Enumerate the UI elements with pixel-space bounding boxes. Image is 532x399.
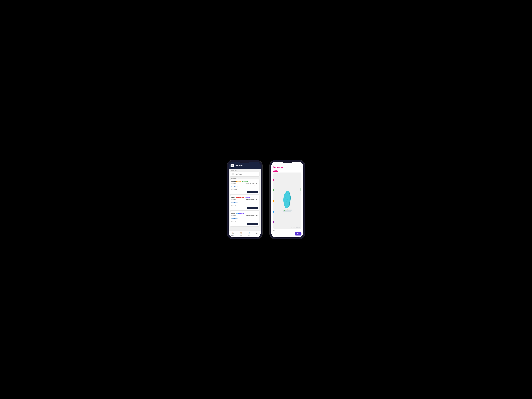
created-value-2: 05:30 AM Mon, 8th Apr, 2024	[246, 199, 258, 200]
patient-job-2: Job: PFM	[231, 205, 258, 206]
due-value-3: Mon, 8th Apr, 2024	[250, 216, 258, 217]
patient-details-label-1: Patient Details	[231, 186, 258, 187]
case-card-1: ZR307 MEDIUM Delivered Created At: 12:22…	[230, 179, 259, 195]
expand-icon[interactable]: ⛶	[300, 170, 301, 171]
created-value-3: 05:30 AM Mon, 8th Apr, 2024	[246, 215, 258, 216]
due-value-1: Sun, 14th Apr, 2024	[250, 184, 258, 185]
branding-labdash: LabDash	[296, 227, 300, 228]
right-phone-screen: File Viewer ✕ Preview ⬇ ⛶	[271, 162, 303, 237]
tab-preview[interactable]: Preview	[273, 170, 278, 172]
app-title: DentNode	[235, 165, 243, 167]
viewer-area: 3D Master | LabDash	[273, 173, 301, 229]
cases-icon: 📋	[240, 232, 242, 234]
status-tag-2: Ordered	[245, 196, 250, 198]
case-due-row-1: Due Date: Sun, 14th Apr, 2024	[231, 184, 258, 185]
nav-cases[interactable]: 📋 Cases	[240, 232, 242, 236]
case-created-row-3: Created At: 05:30 AM Mon, 8th Apr, 2024	[231, 215, 258, 216]
bills-icon: 📄	[248, 232, 250, 234]
new-case-label: New Case	[235, 173, 242, 175]
new-case-icon: ⊞	[232, 173, 234, 175]
created-label-2: Created At:	[231, 199, 236, 200]
new-case-button[interactable]: ⊞ New Case →	[230, 172, 259, 176]
created-label-1: Created At:	[231, 183, 236, 184]
indicator-gray	[301, 191, 301, 195]
due-value-2: Tue, 9th Apr, 2024	[250, 200, 258, 202]
left-sidebar-colors	[273, 173, 274, 229]
due-label-1: Due Date:	[231, 184, 236, 185]
case-created-row-1: Created At: 12:22 AM Thu, 11th Apr, 2024	[231, 183, 258, 184]
nav-bills[interactable]: 📄 Bills	[248, 232, 250, 236]
more-icon: ≡	[256, 232, 258, 234]
case-tags-2: SD15 VERY_URGENT Ordered	[231, 196, 258, 198]
color-bar-green	[273, 189, 274, 191]
case-card-2: SD15 VERY_URGENT Ordered Created At: 05:…	[230, 196, 259, 210]
viewer-branding: 3D Master | LabDash	[291, 227, 300, 228]
left-phone: DN DentNode Quick Actions ⊞ New Case →	[227, 160, 262, 239]
case-id-tag-3: SD42	[231, 213, 235, 214]
file-viewer-modal: File Viewer ✕ Preview ⬇ ⛶	[271, 162, 303, 237]
more-label: More	[256, 234, 258, 236]
case-id-tag-1: ZR307	[231, 181, 236, 182]
quick-actions-section: Quick Actions ⊞ New Case →	[229, 169, 261, 177]
status-tag-3: Ordered	[239, 213, 244, 214]
patient-job-3: Job: PFM	[231, 221, 258, 222]
case-details-btn-2[interactable]: CASE DETAILS →	[247, 207, 258, 209]
indicator-green	[301, 188, 301, 191]
app-body[interactable]: Quick Actions ⊞ New Case → Active Cases …	[229, 169, 261, 233]
modal-info-label: U...	[273, 230, 275, 231]
active-cases-section: Active Cases (3) ZR307 MEDIUM Delivered …	[229, 177, 261, 228]
patient-name-1: Name:	[231, 188, 258, 189]
svg-point-5	[287, 191, 289, 193]
right-phone: File Viewer ✕ Preview ⬇ ⛶	[270, 160, 305, 239]
svg-point-4	[285, 191, 287, 193]
case-tags-3: SD42 LOW Ordered	[231, 213, 258, 214]
nav-home[interactable]: 🏠 Home	[231, 232, 234, 236]
created-label-3: Created At:	[231, 215, 236, 216]
left-phone-screen: DN DentNode Quick Actions ⊞ New Case →	[229, 162, 261, 237]
patient-job-1: Job: Zirconia	[231, 189, 258, 190]
bottom-nav: 🏠 Home 📋 Cases 📄 Bills ≡ More	[229, 231, 261, 237]
created-value-1: 12:22 AM Thu, 11th Apr, 2024	[245, 183, 258, 184]
app-logo: DN	[231, 164, 234, 167]
ok-button[interactable]: OK	[295, 232, 302, 235]
cases-label: Cases	[240, 235, 242, 236]
home-icon: 🏠	[232, 232, 234, 234]
phone-notch-left	[240, 162, 249, 163]
priority-tag-1: MEDIUM	[236, 181, 241, 182]
due-label-2: Due Date:	[231, 200, 236, 202]
color-bar-pink	[273, 179, 274, 181]
patient-details-label-3: Patient Details	[231, 218, 258, 219]
modal-tabs: Preview ⬇ ⛶	[273, 170, 301, 172]
nav-more[interactable]: ≡ More	[256, 232, 258, 236]
color-bar-orange	[273, 200, 274, 202]
status-tag-1: Delivered	[242, 181, 247, 182]
close-button[interactable]: ✕	[300, 166, 301, 168]
modal-footer: U... OK	[273, 230, 301, 235]
modal-info-row: U...	[273, 230, 301, 231]
patient-name-3: Name:	[231, 220, 258, 221]
phone-notch-right	[283, 162, 292, 163]
color-bar-blue	[273, 211, 274, 213]
arrow-icon: →	[256, 173, 258, 175]
case-tags-1: ZR307 MEDIUM Delivered	[231, 181, 258, 182]
new-case-btn-left: ⊞ New Case	[232, 173, 242, 175]
tooth-3d-model	[281, 189, 294, 213]
case-details-btn-1[interactable]: CASE DETAILS →	[247, 191, 258, 193]
case-due-row-2: Due Date: Tue, 9th Apr, 2024	[231, 200, 258, 202]
case-created-row-2: Created At: 05:30 AM Mon, 8th Apr, 2024	[231, 199, 258, 200]
priority-tag-3: LOW	[236, 213, 239, 214]
home-label: Home	[231, 235, 234, 236]
case-details-btn-3[interactable]: CASE DETAILS →	[247, 223, 258, 225]
color-bar-purple	[273, 221, 274, 223]
case-card-3: SD42 LOW Ordered Created At: 05:30 AM Mo…	[230, 211, 259, 226]
active-cases-label: Active Cases (3)	[230, 177, 259, 179]
patient-name-2: Name:	[231, 203, 258, 205]
right-indicators	[300, 187, 301, 195]
scene: DN DentNode Quick Actions ⊞ New Case →	[222, 155, 310, 244]
download-icon[interactable]: ⬇	[297, 170, 299, 171]
modal-tab-actions: ⬇ ⛶	[297, 170, 301, 171]
case-due-row-3: Due Date: Mon, 8th Apr, 2024	[231, 216, 258, 217]
case-id-tag-2: SD15	[231, 196, 235, 198]
due-label-3: Due Date:	[231, 216, 236, 217]
bills-label: Bills	[248, 235, 250, 236]
